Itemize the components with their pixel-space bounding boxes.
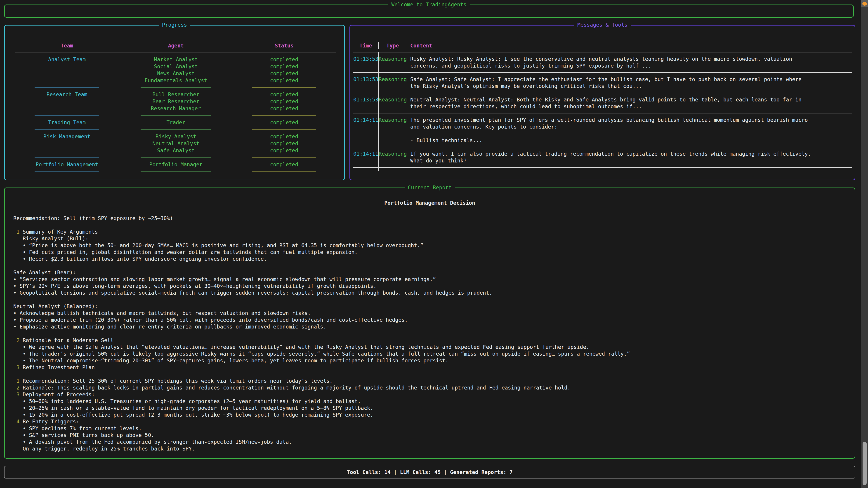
message-time: 01:14:11 (353, 113, 379, 147)
progress-row: Fundamentals Analystcompleted (15, 77, 336, 84)
agent-cell: Bear Researcher (119, 98, 232, 105)
column-header-team: Team (15, 42, 119, 49)
messages-table: Time Type Content 01:13:53ReasoningRisky… (353, 42, 852, 171)
status-cell: completed (232, 105, 336, 112)
progress-table-header: Team Agent Status (15, 42, 336, 49)
report-line: • Geopolitical tensions and speculative … (13, 289, 848, 296)
welcome-title: Welcome to TradingAgents (388, 2, 469, 7)
report-line: • The trader’s original 50% cut is likel… (13, 350, 848, 357)
stats-bar: Tool Calls: 14 | LLM Calls: 45 | Generat… (4, 466, 855, 479)
scroll-marker-button[interactable] (861, 0, 868, 7)
report-line: • 50–60% into laddered U.S. Treasuries o… (13, 398, 848, 404)
message-time: 01:13:53 (353, 93, 379, 113)
team-cell (15, 77, 119, 84)
status-cell: completed (232, 77, 336, 84)
status-cell: completed (232, 161, 336, 168)
team-cell (15, 70, 119, 77)
progress-row: Research TeamBull Researchercompleted (15, 91, 336, 98)
progress-panel-title: Progress (159, 22, 190, 28)
messages-table-footer (353, 168, 852, 171)
report-line: 3 Refined Investment Plan (13, 364, 848, 371)
team-cell (15, 105, 119, 112)
scrollbar-track[interactable] (861, 0, 868, 488)
message-content: Neutral Analyst: Neutral Analyst: Both t… (407, 93, 852, 113)
message-content: Safe Analyst: Safe Analyst: I appreciate… (407, 73, 852, 93)
progress-row: Research Managercompleted (15, 105, 336, 112)
agent-cell: Neutral Analyst (119, 140, 232, 147)
progress-row: Neutral Analystcompleted (15, 140, 336, 147)
report-line: 4 Re-Entry Triggers: (13, 418, 848, 425)
progress-row: Bear Researchercompleted (15, 98, 336, 105)
message-rows: 01:13:53ReasoningRisky Analyst: Risky An… (353, 53, 852, 168)
column-header-type: Type (379, 42, 407, 49)
report-line (13, 296, 848, 303)
status-cell: completed (232, 70, 336, 77)
column-header-agent: Agent (119, 42, 232, 49)
status-cell: completed (232, 63, 336, 70)
progress-table: Team Agent Status Analyst TeamMarket Ana… (15, 42, 336, 175)
message-time: 01:13:53 (353, 53, 379, 72)
report-line: Risky Analyst (Bull): (13, 235, 848, 242)
agent-cell: Social Analyst (119, 63, 232, 70)
report-line: • S&P services PMI turns back up above 5… (13, 432, 848, 438)
report-line: Recommendation: Sell (trim SPY exposure … (13, 215, 848, 222)
team-cell (15, 63, 119, 70)
section-divider (15, 112, 336, 119)
progress-row: Safe Analystcompleted (15, 147, 336, 154)
report-line: • We agree with the Safe Analyst that “e… (13, 344, 848, 350)
orange-indicator-icon (862, 2, 867, 6)
message-type: Reasoning (379, 147, 407, 167)
status-cell: completed (232, 147, 336, 154)
report-line: 1 Recommendation: Sell 25–30% of current… (13, 378, 848, 384)
report-line: • “Price is above both the 50- and 200-d… (13, 242, 848, 249)
header-separator (15, 52, 336, 53)
welcome-panel: Welcome to TradingAgents (4, 4, 854, 18)
status-cell: completed (232, 98, 336, 105)
report-line: • Acknowledge bullish technicals and mac… (13, 310, 848, 317)
team-cell (15, 140, 119, 147)
report-line: • A dovish pivot from the Fed accompanie… (13, 438, 848, 445)
progress-panel: Progress Team Agent Status Analyst TeamM… (4, 25, 345, 180)
report-line: • SPY declines 7% from current levels. (13, 425, 848, 432)
progress-row: Social Analystcompleted (15, 63, 336, 70)
agent-cell: Trader (119, 119, 232, 126)
message-type: Reasoning (379, 93, 407, 113)
report-line (13, 371, 848, 378)
message-content: The presented investment plan for SPY of… (407, 113, 852, 147)
section-divider (15, 84, 336, 91)
message-time: 01:13:53 (353, 73, 379, 93)
report-line: 1 Summary of Key Arguments (13, 228, 848, 235)
stats-text: Tool Calls: 14 | LLM Calls: 45 | Generat… (347, 469, 513, 475)
messages-panel-title: Messages & Tools (574, 22, 631, 28)
report-line: 2 Rationale for a Moderate Sell (13, 337, 848, 344)
agent-cell: Risky Analyst (119, 133, 232, 140)
report-line: • The Neutral compromise—“trimming 20–30… (13, 357, 848, 364)
section-divider (15, 168, 336, 175)
message-time: 01:14:11 (353, 147, 379, 167)
team-cell: Analyst Team (15, 56, 119, 63)
agent-cell: Market Analyst (119, 56, 232, 63)
message-row: 01:13:53ReasoningNeutral Analyst: Neutra… (353, 93, 852, 113)
section-divider (15, 154, 336, 161)
agent-cell: News Analyst (119, 70, 232, 77)
team-cell: Trading Team (15, 119, 119, 126)
team-cell: Risk Management (15, 133, 119, 140)
current-report-panel: Current Report Portfolio Management Deci… (4, 188, 855, 459)
progress-row: Risk ManagementRisky Analystcompleted (15, 133, 336, 140)
agent-cell: Bull Researcher (119, 91, 232, 98)
report-line: • Recent $2.3 billion inflows into SPY u… (13, 256, 848, 262)
messages-table-header: Time Type Content (353, 42, 852, 49)
team-cell: Portfolio Management (15, 161, 119, 168)
report-line: Neutral Analyst (Balanced): (13, 303, 848, 310)
report-line: • Propose a moderate trim (20–30%) rathe… (13, 317, 848, 323)
scrollbar-thumb[interactable] (863, 442, 867, 485)
report-line: • 15–20% in a cost-effective put spread … (13, 412, 848, 418)
report-line: • 20–25% in cash or a stable-value fund … (13, 404, 848, 412)
report-line (13, 222, 848, 228)
progress-rows: Analyst TeamMarket AnalystcompletedSocia… (15, 56, 336, 175)
team-cell: Research Team (15, 91, 119, 98)
messages-panel: Messages & Tools Time Type Content 01:13… (349, 25, 855, 180)
agent-cell: Portfolio Manager (119, 161, 232, 168)
message-row: 01:14:11ReasoningIf you want, I can also… (353, 147, 852, 168)
message-row: 01:14:11ReasoningThe presented investmen… (353, 113, 852, 147)
